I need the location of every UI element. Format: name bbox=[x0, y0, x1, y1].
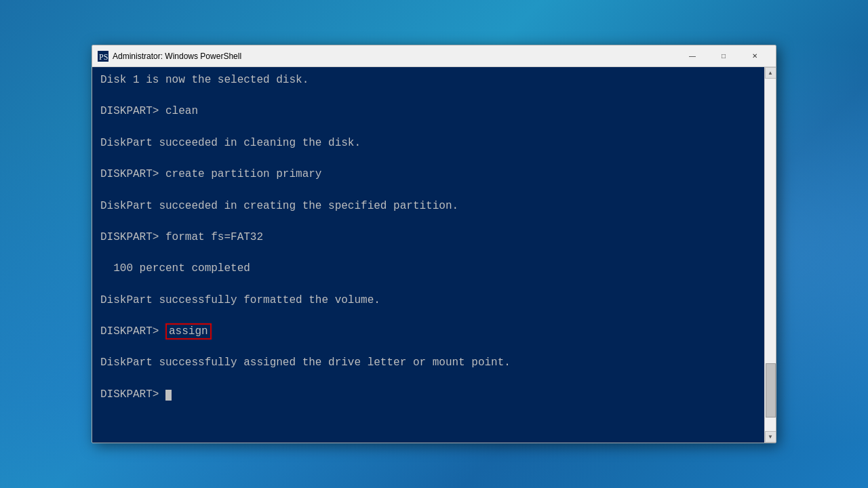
output-line-percent: 100 percent completed bbox=[100, 261, 756, 277]
maximize-button[interactable]: □ bbox=[708, 45, 739, 67]
minimize-button[interactable]: — bbox=[677, 45, 708, 67]
empty-line-5 bbox=[100, 214, 756, 230]
empty-line-10 bbox=[100, 371, 756, 387]
close-button[interactable]: ✕ bbox=[739, 45, 770, 67]
empty-line-1 bbox=[100, 88, 756, 104]
empty-line-9 bbox=[100, 340, 756, 355]
powershell-window[interactable]: PS Administrator: Windows PowerShell — □… bbox=[92, 45, 776, 443]
command-line-assign: DISKPART> assign bbox=[100, 324, 756, 340]
prompt-line: DISKPART> bbox=[100, 387, 756, 403]
window-title: Administrator: Windows PowerShell bbox=[113, 52, 677, 61]
scroll-down-arrow[interactable]: ▼ bbox=[765, 431, 776, 443]
empty-line-6 bbox=[100, 245, 756, 261]
output-line-clean: DiskPart succeeded in cleaning the disk. bbox=[100, 136, 756, 151]
svg-text:PS: PS bbox=[99, 52, 108, 62]
console-output[interactable]: Disk 1 is now the selected disk. DISKPAR… bbox=[92, 67, 764, 443]
output-line-1: Disk 1 is now the selected disk. bbox=[100, 73, 756, 88]
scroll-up-arrow[interactable]: ▲ bbox=[765, 67, 776, 79]
output-line-assign: DiskPart successfully assigned the drive… bbox=[100, 355, 756, 371]
title-bar: PS Administrator: Windows PowerShell — □… bbox=[92, 45, 776, 67]
console-wrapper: Disk 1 is now the selected disk. DISKPAR… bbox=[92, 67, 776, 443]
assign-highlight: assign bbox=[165, 323, 212, 340]
scrollbar[interactable]: ▲ ▼ bbox=[764, 67, 776, 443]
empty-line-2 bbox=[100, 120, 756, 136]
command-line-format: DISKPART> format fs=FAT32 bbox=[100, 230, 756, 245]
powershell-icon: PS bbox=[98, 51, 108, 62]
scroll-thumb[interactable] bbox=[766, 363, 776, 418]
empty-line-3 bbox=[100, 151, 756, 167]
empty-line-4 bbox=[100, 182, 756, 198]
output-line-format: DiskPart successfully formatted the volu… bbox=[100, 293, 756, 308]
command-line-partition: DISKPART> create partition primary bbox=[100, 167, 756, 182]
cursor bbox=[165, 390, 172, 401]
scroll-track[interactable] bbox=[765, 79, 776, 431]
command-line-clean: DISKPART> clean bbox=[100, 104, 756, 119]
empty-line-8 bbox=[100, 308, 756, 324]
output-line-partition: DiskPart succeeded in creating the speci… bbox=[100, 199, 756, 214]
empty-line-7 bbox=[100, 277, 756, 292]
window-controls: — □ ✕ bbox=[677, 45, 770, 67]
